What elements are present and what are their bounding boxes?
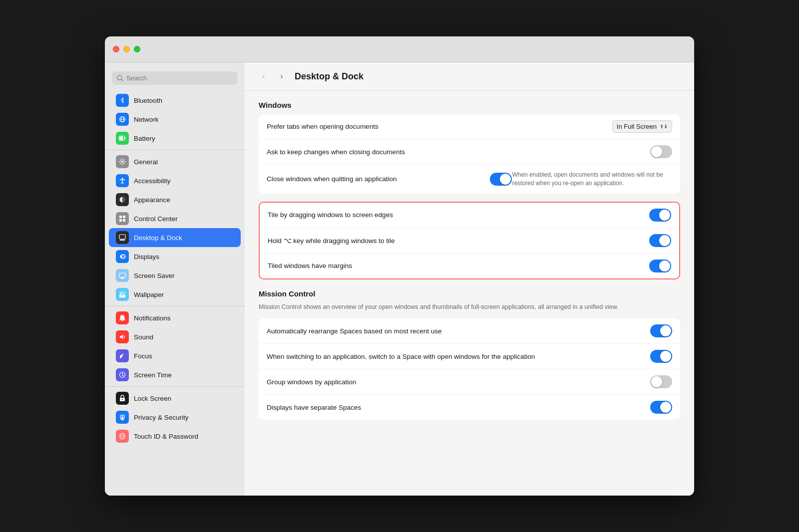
- select-prefer-tabs[interactable]: In Full Screen⬆⬇: [612, 120, 672, 133]
- page-title: Desktop & Dock: [295, 71, 364, 82]
- sidebar-item-network[interactable]: Network: [109, 110, 241, 129]
- sidebar-item-label: Network: [134, 116, 159, 123]
- sidebar-item-control-center[interactable]: Control Center: [109, 209, 241, 228]
- sidebar-item-desktop-dock[interactable]: Desktop & Dock: [109, 228, 241, 247]
- sidebar-item-notifications[interactable]: Notifications: [109, 308, 241, 327]
- notifications-icon: [116, 311, 129, 324]
- sidebar-divider: [105, 150, 245, 150]
- search-input[interactable]: [126, 74, 233, 82]
- sidebar-item-touch-id[interactable]: Touch ID & Password: [109, 427, 241, 446]
- sidebar-item-label: Wallpaper: [134, 291, 164, 298]
- maximize-button[interactable]: [134, 46, 140, 52]
- setting-row-tiled-margins: Tiled windows have margins: [260, 254, 679, 278]
- svg-rect-15: [119, 235, 125, 239]
- minimize-button[interactable]: [123, 46, 130, 52]
- sidebar-item-battery[interactable]: Battery: [109, 129, 241, 148]
- svg-point-25: [120, 433, 125, 439]
- setting-row-switch-space: When switching to an application, switch…: [259, 344, 680, 369]
- sidebar-item-privacy-security[interactable]: Privacy & Security: [109, 408, 241, 427]
- setting-row-content-ask-keep-changes: Ask to keep changes when closing documen…: [267, 145, 672, 158]
- setting-label-ask-keep-changes: Ask to keep changes when closing documen…: [267, 148, 650, 156]
- toggle-thumb: [500, 174, 511, 185]
- sidebar-item-appearance[interactable]: Appearance: [109, 190, 241, 209]
- sidebar: BluetoothNetworkBatteryGeneralAccessibil…: [105, 62, 245, 496]
- setting-row-content-displays-separate-spaces: Displays have separate Spaces: [267, 401, 672, 414]
- toggle-thumb: [659, 235, 670, 246]
- forward-button[interactable]: ›: [275, 69, 289, 83]
- touch-id-icon: [116, 430, 129, 443]
- svg-rect-14: [123, 219, 125, 222]
- back-button[interactable]: ‹: [257, 69, 271, 83]
- setting-row-hold-option-key: Hold ⌥ key while dragging windows to til…: [260, 228, 679, 254]
- sidebar-item-displays[interactable]: Displays: [109, 247, 241, 266]
- bluetooth-icon: [116, 94, 129, 107]
- main-header: ‹ › Desktop & Dock: [245, 62, 694, 91]
- setting-row-prefer-tabs: Prefer tabs when opening documentsIn Ful…: [259, 114, 680, 139]
- general-icon: [116, 155, 129, 168]
- search-box[interactable]: [112, 71, 238, 85]
- lock-screen-icon: [116, 392, 129, 405]
- svg-point-9: [122, 178, 123, 179]
- settings-body: WindowsPrefer tabs when opening document…: [245, 91, 694, 438]
- close-button[interactable]: [113, 46, 119, 52]
- section-header-mission-control: Mission Control: [259, 289, 680, 298]
- sidebar-item-label: Desktop & Dock: [134, 234, 182, 242]
- toggle-group-windows[interactable]: [650, 375, 672, 388]
- svg-rect-6: [120, 137, 123, 140]
- toggle-switch-space[interactable]: [650, 350, 672, 363]
- sidebar-item-label: Bluetooth: [134, 97, 162, 104]
- toggle-thumb: [660, 351, 671, 362]
- toggle-hold-option-key[interactable]: [649, 234, 671, 247]
- setting-label-group-windows: Group windows by application: [267, 378, 650, 386]
- svg-rect-11: [119, 216, 122, 218]
- sidebar-divider: [105, 386, 245, 387]
- sidebar-item-focus[interactable]: Focus: [109, 346, 241, 365]
- sidebar-item-bluetooth[interactable]: Bluetooth: [109, 91, 241, 110]
- sidebar-item-wallpaper[interactable]: Wallpaper: [109, 285, 241, 304]
- sidebar-item-screen-saver[interactable]: Screen Saver: [109, 266, 241, 285]
- setting-row-auto-rearrange-spaces: Automatically rearrange Spaces based on …: [259, 318, 680, 344]
- setting-label-switch-space: When switching to an application, switch…: [267, 353, 650, 360]
- setting-row-content-group-windows: Group windows by application: [267, 375, 672, 388]
- settings-card-tiling: Tile by dragging windows to screen edges…: [259, 202, 680, 279]
- control-center-icon: [116, 212, 129, 225]
- svg-rect-7: [125, 137, 126, 139]
- setting-row-content-switch-space: When switching to an application, switch…: [267, 350, 672, 363]
- toggle-thumb: [659, 210, 670, 221]
- setting-label-tiled-margins: Tiled windows have margins: [268, 262, 649, 269]
- svg-point-21: [121, 293, 122, 294]
- sidebar-item-sound[interactable]: Sound: [109, 327, 241, 346]
- sidebar-item-label: Screen Saver: [134, 272, 175, 279]
- sidebar-item-label: Screen Time: [134, 371, 172, 379]
- traffic-lights: [113, 46, 140, 52]
- toggle-thumb: [660, 402, 671, 413]
- sidebar-item-label: Accessibility: [134, 177, 171, 185]
- setting-row-close-windows-quitting: Close windows when quitting an applicati…: [259, 165, 680, 194]
- svg-point-8: [121, 161, 123, 163]
- toggle-ask-keep-changes[interactable]: [650, 145, 672, 158]
- sidebar-item-accessibility[interactable]: Accessibility: [109, 171, 241, 190]
- sidebar-item-label: Sound: [134, 333, 153, 341]
- sidebar-item-label: Focus: [134, 352, 152, 360]
- toggle-thumb: [651, 376, 662, 387]
- main-window: BluetoothNetworkBatteryGeneralAccessibil…: [105, 36, 694, 496]
- toggle-auto-rearrange-spaces[interactable]: [650, 324, 672, 337]
- wallpaper-icon: [116, 288, 129, 301]
- focus-icon: [116, 349, 129, 362]
- search-container: [105, 68, 245, 91]
- toggle-tiled-margins[interactable]: [649, 260, 671, 272]
- svg-point-24: [122, 399, 123, 400]
- setting-label-displays-separate-spaces: Displays have separate Spaces: [267, 404, 650, 411]
- sidebar-item-label: Notifications: [134, 314, 171, 322]
- title-bar: [105, 36, 694, 62]
- sidebar-item-general[interactable]: General: [109, 152, 241, 171]
- toggle-displays-separate-spaces[interactable]: [650, 401, 672, 414]
- toggle-thumb: [659, 261, 670, 271]
- desktop-dock-icon: [116, 231, 129, 244]
- setting-label-tile-dragging: Tile by dragging windows to screen edges: [268, 211, 649, 219]
- sidebar-item-lock-screen[interactable]: Lock Screen: [109, 389, 241, 408]
- toggle-tile-dragging[interactable]: [649, 209, 671, 222]
- sidebar-item-screen-time[interactable]: Screen Time: [109, 365, 241, 384]
- setting-sublabel-close-windows-quitting: When enabled, open documents and windows…: [512, 171, 672, 188]
- toggle-close-windows-quitting[interactable]: [490, 173, 512, 186]
